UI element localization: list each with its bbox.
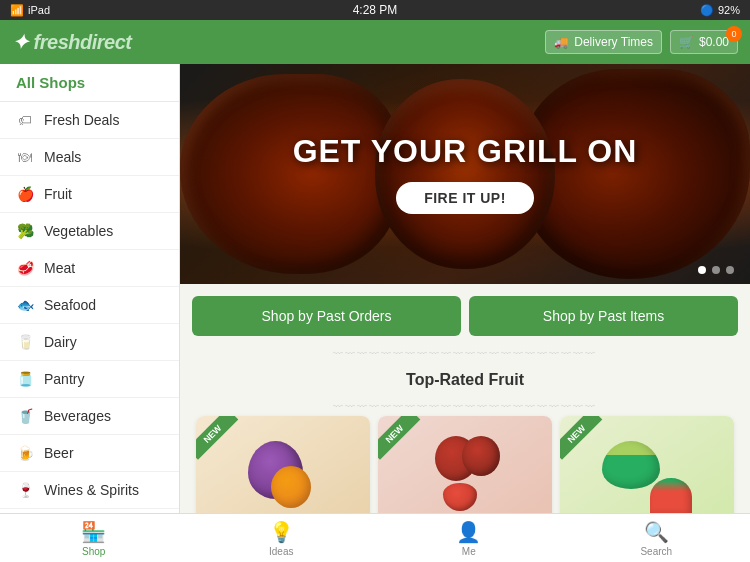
hero-dot-2[interactable] [712, 266, 720, 274]
me-nav-label: Me [462, 546, 476, 557]
truck-icon: 🚚 [554, 35, 569, 49]
shop-nav-icon: 🏪 [81, 520, 106, 544]
status-bar: 📶 iPad 4:28 PM 🔵 92% [0, 0, 750, 20]
product-cards-row: Family Tree Farms Purple Aprium [180, 416, 750, 513]
tag-icon: 🏷 [16, 112, 34, 128]
wavy-divider-bottom: 〰〰〰〰〰〰〰〰〰〰〰〰〰〰〰〰〰〰〰〰〰〰 [180, 401, 750, 416]
delivery-times-button[interactable]: 🚚 Delivery Times [545, 30, 662, 54]
carrier-label: iPad [28, 4, 50, 16]
nav-item-search[interactable]: 🔍 Search [563, 516, 751, 561]
sidebar-label-beer: Beer [44, 445, 74, 461]
watermelon-half-shape [650, 478, 692, 513]
fruit-icon: 🍎 [16, 186, 34, 202]
me-nav-icon: 👤 [456, 520, 481, 544]
hero-dot-1[interactable] [698, 266, 706, 274]
header-actions: 🚚 Delivery Times 🛒 $0.00 0 [545, 30, 738, 54]
sidebar-label-meat: Meat [44, 260, 75, 276]
peach-shape [271, 466, 311, 508]
sidebar-item-meals[interactable]: 🍽 Meals [0, 139, 179, 176]
sidebar-item-beverages[interactable]: 🥤 Beverages [0, 398, 179, 435]
vegetables-icon: 🥦 [16, 223, 34, 239]
nav-item-ideas[interactable]: 💡 Ideas [188, 516, 376, 561]
hero-dots [698, 266, 734, 274]
sidebar-item-seafood[interactable]: 🐟 Seafood [0, 287, 179, 324]
sidebar-label-dairy: Dairy [44, 334, 77, 350]
seafood-icon: 🐟 [16, 297, 34, 313]
product-image-1 [378, 416, 552, 513]
cart-button[interactable]: 🛒 $0.00 0 [670, 30, 738, 54]
product-card-0: Family Tree Farms Purple Aprium [196, 416, 370, 513]
sidebar-item-dairy[interactable]: 🥛 Dairy [0, 324, 179, 361]
sidebar-label-fresh-deals: Fresh Deals [44, 112, 119, 128]
hero-cta-button[interactable]: FIRE IT UP! [396, 182, 534, 214]
cherry2-shape [462, 436, 500, 476]
sidebar-item-fresh-deals[interactable]: 🏷 Fresh Deals [0, 102, 179, 139]
watermelon-shape [602, 441, 660, 489]
sidebar-label-vegetables: Vegetables [44, 223, 113, 239]
product-image-0 [196, 416, 370, 513]
dairy-icon: 🥛 [16, 334, 34, 350]
product-image-2 [560, 416, 734, 513]
cart-icon: 🛒 [679, 35, 694, 49]
ideas-nav-icon: 💡 [269, 520, 294, 544]
wavy-divider-top: 〰〰〰〰〰〰〰〰〰〰〰〰〰〰〰〰〰〰〰〰〰〰 [180, 348, 750, 363]
strawberry-shape [443, 483, 477, 511]
search-nav-icon: 🔍 [644, 520, 669, 544]
status-time: 4:28 PM [353, 3, 398, 17]
beer-icon: 🍺 [16, 445, 34, 461]
shop-nav-label: Shop [82, 546, 105, 557]
sidebar-item-cheese[interactable]: 🧀 Cheese Shop [0, 509, 179, 513]
wine-icon: 🍷 [16, 482, 34, 498]
hero-banner: GET YOUR GRILL ON FIRE IT UP! [180, 64, 750, 284]
main-content: GET YOUR GRILL ON FIRE IT UP! Shop by Pa… [180, 64, 750, 513]
sidebar-item-beer[interactable]: 🍺 Beer [0, 435, 179, 472]
nav-item-shop[interactable]: 🏪 Shop [0, 516, 188, 561]
status-left: 📶 iPad [10, 4, 50, 17]
cart-badge: 0 [726, 26, 742, 42]
ideas-nav-label: Ideas [269, 546, 293, 557]
nav-item-me[interactable]: 👤 Me [375, 516, 563, 561]
status-right: 🔵 92% [700, 4, 740, 17]
hero-text: GET YOUR GRILL ON FIRE IT UP! [293, 134, 638, 213]
wifi-icon: 📶 [10, 4, 24, 17]
meat-icon: 🥩 [16, 260, 34, 276]
shop-past-items-button[interactable]: Shop by Past Items [469, 296, 738, 336]
hero-title: GET YOUR GRILL ON [293, 134, 638, 169]
shop-past-orders-button[interactable]: Shop by Past Orders [192, 296, 461, 336]
sidebar-item-wines[interactable]: 🍷 Wines & Spirits [0, 472, 179, 509]
product-card-1: Family Tree Farms Summer Punch Plumcot [378, 416, 552, 513]
sidebar-item-vegetables[interactable]: 🥦 Vegetables [0, 213, 179, 250]
meals-icon: 🍽 [16, 149, 34, 165]
section-title-top-rated-fruit: Top-Rated Fruit [180, 363, 750, 401]
hero-dot-3[interactable] [726, 266, 734, 274]
sidebar-header: All Shops [0, 64, 179, 102]
product-card-2: Any 2 Other Melons for $7.00 Dulcinea Se… [560, 416, 734, 513]
sidebar-label-meals: Meals [44, 149, 81, 165]
pantry-icon: 🫙 [16, 371, 34, 387]
shop-buttons-row: Shop by Past Orders Shop by Past Items [180, 284, 750, 348]
app-logo: ✦ freshdirect [12, 30, 131, 54]
sidebar-label-seafood: Seafood [44, 297, 96, 313]
main-layout: All Shops 🏷 Fresh Deals 🍽 Meals 🍎 Fruit … [0, 64, 750, 513]
sidebar-label-beverages: Beverages [44, 408, 111, 424]
sidebar-item-meat[interactable]: 🥩 Meat [0, 250, 179, 287]
sidebar-label-fruit: Fruit [44, 186, 72, 202]
search-nav-label: Search [640, 546, 672, 557]
sidebar-label-pantry: Pantry [44, 371, 84, 387]
sidebar-item-fruit[interactable]: 🍎 Fruit [0, 176, 179, 213]
sidebar-item-pantry[interactable]: 🫙 Pantry [0, 361, 179, 398]
sidebar: All Shops 🏷 Fresh Deals 🍽 Meals 🍎 Fruit … [0, 64, 180, 513]
beverages-icon: 🥤 [16, 408, 34, 424]
bluetooth-icon: 🔵 [700, 4, 714, 17]
sidebar-label-wines: Wines & Spirits [44, 482, 139, 498]
battery-label: 92% [718, 4, 740, 16]
bottom-navigation: 🏪 Shop 💡 Ideas 👤 Me 🔍 Search [0, 513, 750, 562]
app-header: ✦ freshdirect 🚚 Delivery Times 🛒 $0.00 0 [0, 20, 750, 64]
